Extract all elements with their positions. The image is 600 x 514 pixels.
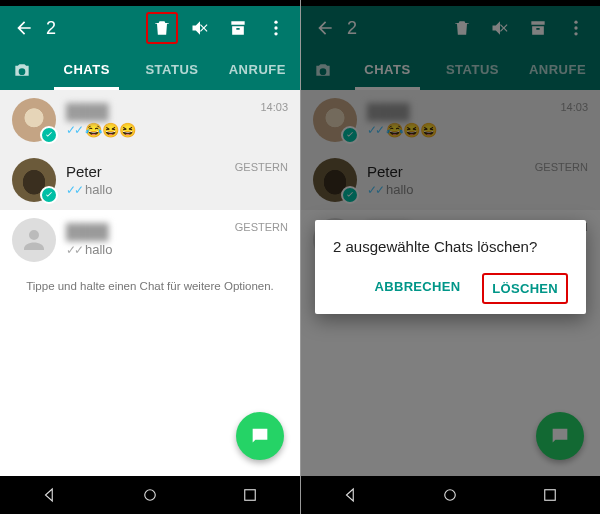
chat-item[interactable]: Peter✓✓hallo GESTERN: [301, 150, 600, 210]
nav-home-icon[interactable]: [125, 476, 175, 514]
chat-item[interactable]: ████ ✓✓hallo GESTERN: [0, 210, 300, 270]
back-arrow-icon[interactable]: [8, 12, 40, 44]
chat-time: GESTERN: [235, 221, 288, 233]
selection-check-icon: [341, 126, 359, 144]
nav-home-icon[interactable]: [425, 476, 475, 514]
tab-chats[interactable]: CHATS: [44, 50, 129, 90]
phone-screenshot-right: 2 CHATS STATUS ANRUFE ████✓✓😂😆😆 14:03 Pe…: [300, 0, 600, 514]
delete-icon[interactable]: [146, 12, 178, 44]
tab-chats[interactable]: CHATS: [345, 50, 430, 90]
tab-calls[interactable]: ANRUFE: [515, 50, 600, 90]
chat-item[interactable]: ████ ✓✓😂😆😆 14:03: [0, 90, 300, 150]
chat-name: ████: [367, 103, 550, 120]
more-menu-icon[interactable]: [260, 12, 292, 44]
svg-point-3: [145, 490, 156, 501]
chat-time: GESTERN: [235, 161, 288, 173]
tabs-bar: CHATS STATUS ANRUFE: [0, 50, 300, 90]
read-ticks-icon: ✓✓: [367, 183, 383, 197]
svg-point-7: [574, 32, 577, 35]
nav-recent-icon[interactable]: [525, 476, 575, 514]
svg-point-5: [574, 21, 577, 24]
selection-check-icon: [40, 186, 58, 204]
android-nav-bar: [301, 476, 600, 514]
delete-dialog: 2 ausgewählte Chats löschen? ABBRECHEN L…: [315, 220, 586, 314]
app-header: 2 CHATS STATUS ANRUFE: [0, 6, 300, 90]
delete-icon[interactable]: [446, 12, 478, 44]
chat-name: Peter: [367, 163, 525, 180]
selection-count: 2: [46, 18, 56, 39]
tab-status[interactable]: STATUS: [129, 50, 214, 90]
android-nav-bar: [0, 476, 300, 514]
mute-icon[interactable]: [484, 12, 516, 44]
hint-text: Tippe und halte einen Chat für weitere O…: [0, 270, 300, 302]
chat-list-area: ████ ✓✓😂😆😆 14:03 Peter ✓✓hallo GESTERN: [0, 90, 300, 476]
svg-rect-4: [245, 490, 256, 501]
chat-preview: ✓✓hallo: [66, 182, 225, 197]
selection-check-icon: [40, 126, 58, 144]
chat-preview: ✓✓hallo: [367, 182, 525, 197]
back-arrow-icon[interactable]: [309, 12, 341, 44]
avatar: [12, 218, 56, 262]
chat-time: 14:03: [260, 101, 288, 113]
svg-point-8: [445, 490, 456, 501]
chat-time: 14:03: [560, 101, 588, 113]
mute-icon[interactable]: [184, 12, 216, 44]
dialog-title: 2 ausgewählte Chats löschen?: [333, 238, 568, 255]
svg-point-0: [274, 21, 277, 24]
chat-time: GESTERN: [535, 161, 588, 173]
tab-status[interactable]: STATUS: [430, 50, 515, 90]
selection-count: 2: [347, 18, 357, 39]
svg-point-6: [574, 26, 577, 29]
chat-preview: ✓✓😂😆😆: [66, 122, 250, 138]
chat-name: Peter: [66, 163, 225, 180]
chat-preview: ✓✓hallo: [66, 242, 225, 257]
cancel-button[interactable]: ABBRECHEN: [367, 273, 469, 304]
app-header: 2 CHATS STATUS ANRUFE: [301, 6, 600, 90]
read-ticks-icon: ✓✓: [66, 183, 82, 197]
archive-icon[interactable]: [522, 12, 554, 44]
chat-name: ████: [66, 223, 225, 240]
nav-recent-icon[interactable]: [225, 476, 275, 514]
nav-back-icon[interactable]: [326, 476, 376, 514]
svg-rect-9: [545, 490, 556, 501]
svg-point-2: [274, 32, 277, 35]
camera-tab-icon[interactable]: [0, 60, 44, 80]
selection-check-icon: [341, 186, 359, 204]
read-ticks-icon: ✓✓: [367, 123, 383, 137]
new-chat-fab[interactable]: [536, 412, 584, 460]
confirm-delete-button[interactable]: LÖSCHEN: [482, 273, 568, 304]
tab-calls[interactable]: ANRUFE: [215, 50, 300, 90]
nav-back-icon[interactable]: [25, 476, 75, 514]
read-ticks-icon: ✓✓: [66, 123, 82, 137]
sent-ticks-icon: ✓✓: [66, 243, 82, 257]
more-menu-icon[interactable]: [560, 12, 592, 44]
svg-point-1: [274, 26, 277, 29]
chat-preview: ✓✓😂😆😆: [367, 122, 550, 138]
chat-name: ████: [66, 103, 250, 120]
chat-item[interactable]: Peter ✓✓hallo GESTERN: [0, 150, 300, 210]
camera-tab-icon[interactable]: [301, 60, 345, 80]
archive-icon[interactable]: [222, 12, 254, 44]
phone-screenshot-left: 2 CHATS STATUS ANRUFE: [0, 0, 300, 514]
tabs-bar: CHATS STATUS ANRUFE: [301, 50, 600, 90]
new-chat-fab[interactable]: [236, 412, 284, 460]
chat-item[interactable]: ████✓✓😂😆😆 14:03: [301, 90, 600, 150]
